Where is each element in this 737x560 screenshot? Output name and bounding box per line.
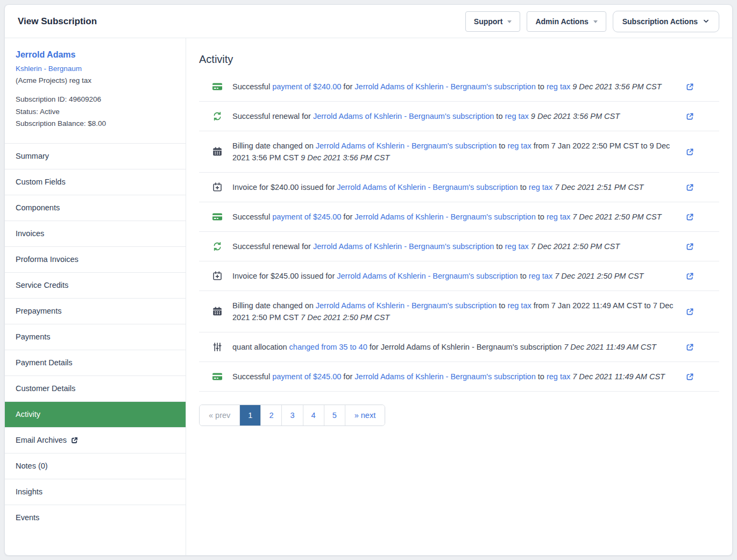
external-link-icon: [685, 112, 695, 121]
activity-inline-link[interactable]: reg tax: [529, 183, 552, 192]
activity-timestamp: 7 Dec 2021 2:50 PM CST: [531, 242, 620, 251]
admin-actions-button-label: Admin Actions: [535, 17, 588, 26]
sidebar-item-activity[interactable]: Activity: [5, 401, 186, 427]
external-link-icon: [685, 147, 695, 157]
subscription-balance: Subscription Balance: $8.00: [16, 118, 175, 130]
activity-inline-link[interactable]: Jerrold Adams of Kshlerin - Bergnaum's s…: [355, 212, 535, 221]
sidebar-item-label: Email Archives: [16, 436, 67, 444]
activity-inline-link[interactable]: payment of $245.00: [272, 372, 341, 381]
activity-row: Successful renewal for Jerrold Adams of …: [199, 232, 719, 261]
activity-inline-link[interactable]: reg tax: [529, 272, 552, 280]
pagination-prev[interactable]: « prev: [200, 405, 240, 426]
activity-inline-link[interactable]: Jerrold Adams of Kshlerin - Bergnaum's s…: [337, 272, 518, 280]
activity-inline-link[interactable]: Jerrold Adams of Kshlerin - Bergnaum's s…: [313, 242, 494, 251]
sidebar-item-email-archives[interactable]: Email Archives: [5, 427, 186, 453]
open-activity-link[interactable]: [685, 112, 695, 121]
open-activity-link[interactable]: [685, 372, 695, 381]
renewal-icon-glyph: [212, 241, 223, 252]
activity-inline-link[interactable]: Jerrold Adams of Kshlerin - Bergnaum's s…: [337, 183, 518, 192]
pagination-page-4[interactable]: 4: [303, 405, 324, 426]
open-activity-link[interactable]: [685, 343, 695, 352]
customer-company-link[interactable]: Kshlerin - Bergnaum: [16, 65, 175, 73]
admin-actions-button[interactable]: Admin Actions: [527, 11, 606, 32]
activity-inline-link[interactable]: Jerrold Adams of Kshlerin - Bergnaum's s…: [313, 112, 494, 120]
activity-inline-link[interactable]: payment of $245.00: [272, 212, 341, 221]
activity-inline-link[interactable]: payment of $240.00: [272, 82, 341, 91]
open-activity-link[interactable]: [685, 272, 695, 281]
sidebar-item-insights[interactable]: Insights: [5, 479, 186, 505]
sidebar: Jerrold Adams Kshlerin - Bergnaum (Acme …: [5, 38, 186, 555]
activity-inline-link[interactable]: Jerrold Adams of Kshlerin - Bergnaum's s…: [316, 141, 497, 150]
activity-timestamp: 7 Dec 2021 11:49 AM CST: [564, 343, 656, 351]
open-activity-link[interactable]: [685, 183, 695, 192]
sidebar-item-label: Invoices: [16, 229, 44, 238]
sidebar-item-custom-fields[interactable]: Custom Fields: [5, 169, 186, 195]
sidebar-item-label: Activity: [16, 410, 40, 419]
sidebar-item-label: Summary: [16, 152, 49, 160]
sidebar-item-label: Insights: [16, 487, 42, 496]
activity-timestamp: 7 Dec 2021 2:50 PM CST: [301, 313, 389, 322]
support-button[interactable]: Support: [465, 11, 521, 32]
sidebar-item-payment-details[interactable]: Payment Details: [5, 350, 186, 375]
activity-inline-link[interactable]: reg tax: [507, 141, 531, 150]
open-activity-link[interactable]: [685, 82, 695, 91]
sidebar-item-label: Notes (0): [16, 462, 48, 470]
activity-inline-link[interactable]: Jerrold Adams of Kshlerin - Bergnaum's s…: [355, 372, 535, 381]
sidebar-item-customer-details[interactable]: Customer Details: [5, 375, 186, 401]
external-link-icon: [70, 436, 79, 444]
activity-inline-link[interactable]: reg tax: [547, 372, 570, 381]
main-panel: Activity Successful payment of $240.00 f…: [186, 38, 732, 555]
sidebar-item-prepayments[interactable]: Prepayments: [5, 298, 186, 324]
content-shell: Jerrold Adams Kshlerin - Bergnaum (Acme …: [5, 38, 732, 555]
activity-inline-link[interactable]: Jerrold Adams of Kshlerin - Bergnaum's s…: [316, 301, 497, 310]
pagination-page-1[interactable]: 1: [240, 405, 261, 426]
sidebar-item-label: Payment Details: [16, 358, 73, 367]
pagination-page-2[interactable]: 2: [261, 405, 282, 426]
renewal-icon-glyph: [212, 111, 223, 122]
open-activity-link[interactable]: [685, 242, 695, 251]
activity-row: Billing date changed on Jerrold Adams of…: [199, 131, 719, 173]
activity-timestamp: 9 Dec 2021 3:56 PM CST: [301, 153, 389, 162]
sidebar-item-invoices[interactable]: Invoices: [5, 221, 186, 246]
open-activity-link[interactable]: [685, 147, 695, 157]
activity-timestamp: 7 Dec 2021 2:50 PM CST: [572, 212, 661, 221]
sidebar-item-events[interactable]: Events: [5, 505, 186, 530]
sidebar-item-payments[interactable]: Payments: [5, 324, 186, 350]
sidebar-item-notes-0[interactable]: Notes (0): [5, 453, 186, 479]
activity-list: Successful payment of $240.00 for Jerrol…: [199, 72, 719, 392]
sidebar-item-service-credits[interactable]: Service Credits: [5, 272, 186, 298]
activity-timestamp: 7 Dec 2021 11:49 AM CST: [572, 372, 665, 381]
calendar-icon: [212, 146, 223, 157]
activity-inline-link[interactable]: changed from 35 to 40: [289, 343, 367, 351]
activity-inline-link[interactable]: reg tax: [547, 212, 570, 221]
activity-title: Activity: [199, 53, 719, 66]
pagination-next[interactable]: » next: [345, 405, 385, 426]
activity-inline-link[interactable]: Jerrold Adams of Kshlerin - Bergnaum's s…: [355, 82, 535, 91]
activity-inline-link[interactable]: reg tax: [505, 242, 528, 251]
sidebar-item-summary[interactable]: Summary: [5, 143, 186, 169]
open-activity-link[interactable]: [685, 212, 695, 222]
external-link-icon: [685, 307, 695, 316]
topbar-actions: SupportAdmin ActionsSubscription Actions: [465, 11, 719, 32]
external-link-icon: [685, 343, 695, 352]
sidebar-item-label: Prepayments: [16, 307, 61, 315]
calendar-plus-icon: [212, 182, 223, 193]
activity-inline-link[interactable]: reg tax: [507, 301, 531, 310]
activity-inline-link[interactable]: reg tax: [547, 82, 570, 91]
activity-inline-link[interactable]: reg tax: [505, 112, 528, 120]
pagination-page-3[interactable]: 3: [282, 405, 303, 426]
sidebar-item-proforma-invoices[interactable]: Proforma Invoices: [5, 246, 186, 272]
product-name: (Acme Projects) reg tax: [16, 76, 175, 84]
activity-row: Invoice for $240.00 issued for Jerrold A…: [199, 173, 719, 202]
pagination-page-5[interactable]: 5: [324, 405, 345, 426]
calendar-icon-glyph: [212, 146, 223, 157]
credit-card-icon-glyph: [212, 371, 223, 382]
activity-row: Successful payment of $245.00 for Jerrol…: [199, 202, 719, 232]
customer-name-link[interactable]: Jerrold Adams: [16, 50, 175, 60]
activity-text: Successful payment of $240.00 for Jerrol…: [232, 81, 685, 93]
subscription-actions-button[interactable]: Subscription Actions: [613, 11, 719, 32]
activity-row: Successful payment of $240.00 for Jerrol…: [199, 72, 719, 102]
open-activity-link[interactable]: [685, 307, 695, 316]
sidebar-item-components[interactable]: Components: [5, 195, 186, 221]
calendar-plus-icon: [212, 271, 223, 281]
